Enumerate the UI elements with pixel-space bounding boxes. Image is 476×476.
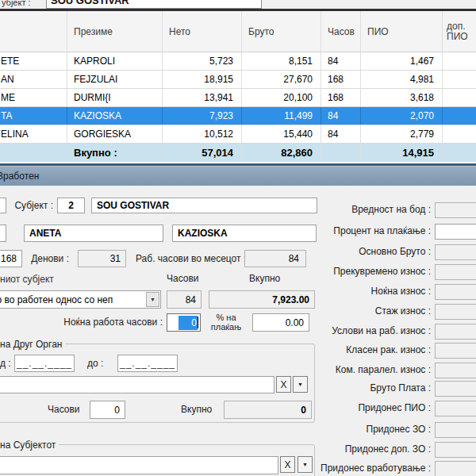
grid-header-hours[interactable]: Часов [321,11,361,52]
date-to-input[interactable]: __.__.____ [117,355,178,372]
grid-header-bruto[interactable]: Бруто [242,11,321,52]
cell-neto: 13,941 [163,89,242,106]
field-label-klasen-rak-iznos: Класен рак. износ : [317,344,431,355]
days-value: 31 [110,253,121,264]
top-subject-value: SOU GOSTIVAR [51,0,261,6]
field-klasen-rak-iznos [435,343,476,359]
field-bruto-plata [435,381,476,397]
total-label: Вкупно : [67,144,163,162]
clipped-field-left-b[interactable] [0,225,6,242]
total-hours-field[interactable]: 168 [0,250,22,267]
grid-header-dop-pio[interactable]: доп. ПИО [443,11,476,52]
other-org-hours-value: 0 [114,405,120,416]
field-pridones-vrabotuvanje [435,461,476,476]
subject-code-value: 2 [68,200,74,211]
other-org-total-field: 0 [224,401,312,419]
cell-dop-pio [443,52,476,70]
top-subject-strip: убјект : SOU GOSTIVAR [0,0,476,9]
days-label: Денови : [30,253,69,264]
cell-hours: 168 [321,89,361,106]
work-total-field: 7,923.00 [209,290,315,309]
cell-pio: 1,467 [361,52,443,70]
night-hours-input[interactable]: 0 [167,313,201,332]
cell-name: ELINA [0,125,67,143]
subject-work-combobox[interactable] [0,456,278,474]
cell-bruto: 15,440 [242,125,321,143]
cell-bruto: 8,151 [242,52,321,70]
field-staz-iznos [435,304,476,320]
field-procent-na-plakanje[interactable] [435,224,476,240]
total-neto: 57,014 [163,144,242,162]
field-vrednost-na-bod [435,202,476,218]
field-label-uslovi-na-rab-iznos: Услови на раб. износ : [317,325,431,336]
cell-name: TA [0,107,67,125]
subject-code-field[interactable]: 2 [57,198,85,213]
total-column-label: Вкупно [249,273,280,284]
cell-surname: KAPROLI [67,52,163,70]
field-label-procent-na-plakanje: Процент на плаќање : [317,225,431,236]
field-pridones-zo [435,422,476,438]
grid-header-neto[interactable]: Нето [163,11,242,52]
first-name-value: ANETA [29,228,61,239]
grid-header-row: Презиме Нето Бруто Часов ПИО доп. ПИО [0,11,476,52]
night-hours-label: Ноќна работа часови : [54,317,163,328]
table-row-selected[interactable]: TA KAZIOSKA 7,923 11,499 84 2,070 [0,107,476,125]
cell-neto: 18,915 [163,71,242,88]
grid-header-pio[interactable]: ПИО [361,11,443,52]
other-org-combobox[interactable] [0,376,274,393]
grid-header-name[interactable] [0,11,67,52]
work-total-value: 7,923.00 [272,294,309,305]
night-hours-value: 0 [178,316,198,330]
cell-bruto: 27,670 [242,71,321,88]
field-label-nokna-iznos: Ноќна износ : [317,286,431,297]
other-org-hours-label: Часови [48,404,80,415]
cell-surname: KAZIOSKA [67,107,163,125]
table-row[interactable]: ELINA GORGIESKA 10,512 15,440 84 2,779 [0,125,476,144]
field-label-pridones-vrabotuvanje: Придонес вработување : [317,463,431,474]
top-subject-field[interactable]: SOU GOSTIVAR [46,0,262,9]
cell-hours: 84 [321,125,361,143]
month-hours-label: Раб. часови во месецот : [136,253,246,264]
cell-pio: 2,070 [361,107,443,125]
first-name-field[interactable]: ANETA [24,225,163,242]
date-from-placeholder: __.__.____ [17,358,72,369]
employees-grid: Презиме Нето Бруто Часов ПИО доп. ПИО ET… [0,11,476,163]
subject-label: Субјект : [10,200,53,211]
table-row[interactable]: AN FEJZULAI 18,915 27,670 168 4,981 [0,71,476,89]
grid-header-surname[interactable]: Презиме [67,11,163,52]
last-name-value: KAZIOSKA [178,228,228,239]
other-org-total-label: Вкупно [181,404,212,415]
cell-name: ME [0,89,67,106]
employment-type-combobox[interactable]: нато во работен однос со неп ▼ [0,290,161,309]
field-nokna-iznos [435,284,476,300]
chevron-down-icon[interactable]: ▼ [298,456,313,473]
cell-bruto: 20,100 [242,89,321,106]
pct-label-line1: % на [203,313,249,322]
night-pct-input[interactable]: 0.00 [252,313,309,332]
hours-column-label: Часови [167,273,199,284]
date-from-input[interactable]: __.__.____ [14,355,75,372]
cell-pio: 3,618 [361,89,443,106]
employee-panel-title: Вработен [0,171,39,182]
field-pridones-pio [435,401,476,416]
table-row[interactable]: ETE KAPROLI 5,723 8,151 84 1,467 [0,52,476,71]
table-row[interactable]: ME DURMI{I 13,941 20,100 168 3,618 [0,89,476,107]
chevron-down-icon[interactable]: ▼ [293,376,308,393]
month-hours-field: 84 [244,250,306,267]
field-label-prekuvremeno-iznos: Прекувремено износ : [317,266,431,277]
clipped-field-left-a[interactable] [0,198,6,213]
clear-icon[interactable]: X [280,456,295,473]
field-label-pridones-dop-zo: Придонес доп. ЗО : [317,443,431,455]
other-org-hours-input[interactable]: 0 [90,401,125,419]
subject-name-field[interactable]: SOU GOSTIVAR [91,198,317,213]
total-dop-pio [443,144,476,162]
work-hours-field: 84 [167,290,202,309]
chevron-down-icon[interactable]: ▼ [146,292,159,307]
date-to-label: до : [87,358,103,369]
last-name-field[interactable]: KAZIOSKA [172,225,317,242]
field-label-bruto-plata: Бруто Плата : [317,382,431,393]
cell-dop-pio [443,107,476,125]
employment-section-label: ниот субјект [0,274,54,285]
field-label-staz-iznos: Стаж износ : [317,305,431,317]
clear-icon[interactable]: X [276,376,291,393]
